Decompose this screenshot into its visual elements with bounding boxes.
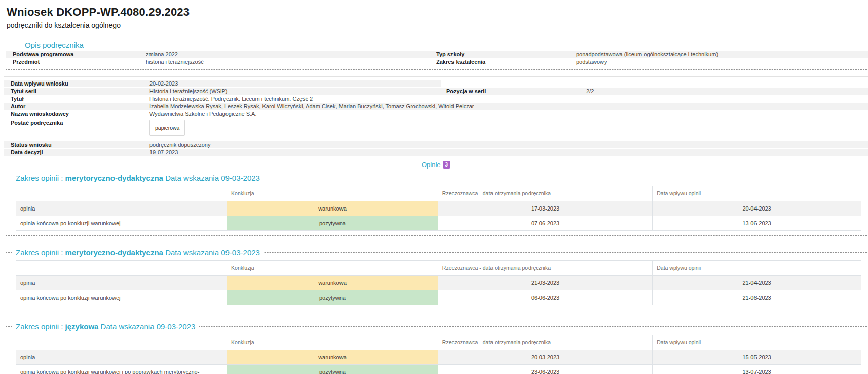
field-label-nazwa-wnioskodawcy: Nazwa wnioskodawcy <box>4 110 149 118</box>
opinia-date-cell: 13-07-2023 <box>652 365 861 374</box>
konkluzja-cell: warunkowa <box>227 276 438 290</box>
opinion-section-1: Zakres opinii : merytoryczno-dydaktyczna… <box>6 174 868 236</box>
opinia-date-cell: 13-06-2023 <box>652 216 861 230</box>
table-row: Data decyzji 19-07-2023 <box>4 149 868 156</box>
header-cell-empty <box>16 186 227 201</box>
field-label-podstawa-programowa: Podstawa programowa <box>6 51 146 58</box>
table-row: Tytuł serii Historia i teraźniejszość (W… <box>4 88 868 95</box>
postac-podrecznika-button[interactable]: papierowa <box>149 120 185 136</box>
field-value-nazwa-wnioskodawcy: Wydawnictwa Szkolne i Pedagogiczne S.A. <box>149 110 868 118</box>
field-label-autor: Autor <box>4 103 149 110</box>
header-cell-data-wplywu-opinii: Data wpływu opinii <box>652 335 861 350</box>
opinion-name-cell: opinia <box>16 201 227 216</box>
field-value-autor: Izabella Modzelewska-Rysak, Leszek Rysak… <box>149 103 868 110</box>
konkluzja-cell: pozytywna <box>227 216 438 230</box>
table-row: opinia warunkowa 20-03-2023 15-05-2023 <box>16 350 861 365</box>
opinion-table-header: Konkluzja Rzeczoznawca - data otrzymania… <box>16 261 861 276</box>
opinion-date: 09-03-2023 <box>221 248 260 257</box>
opinie-count-badge: 3 <box>443 161 451 169</box>
field-value-tytul-serii: Historia i teraźniejszość (WSiP) <box>149 88 441 95</box>
opinion-date-label: Data wskazania <box>165 174 219 182</box>
table-row: opinia końcowa po konkluzji warunkowej i… <box>16 365 861 374</box>
table-row: Autor Izabella Modzelewska-Rysak, Leszek… <box>4 103 868 110</box>
field-label-data-decyzji: Data decyzji <box>4 149 149 156</box>
opinie-link-row: Opinie3 <box>4 161 868 169</box>
rzeczoznawca-date-cell: 06-06-2023 <box>438 290 652 305</box>
opinion-table-2: Konkluzja Rzeczoznawca - data otrzymania… <box>16 260 861 305</box>
konkluzja-cell: warunkowa <box>227 201 438 216</box>
details-section: Data wpływu wniosku 20-02-2023 Tytuł ser… <box>4 76 868 156</box>
opinion-legend-prefix: Zakres opinii : <box>16 248 63 257</box>
opinion-type: językowa <box>65 322 99 331</box>
opinion-table-header: Konkluzja Rzeczoznawca - data otrzymania… <box>16 186 861 201</box>
field-label-postac-podrecznika: Postać podręcznika <box>4 119 149 136</box>
opinie-link[interactable]: Opinie3 <box>422 161 450 169</box>
field-label-przedmiot: Przedmiot <box>6 58 146 66</box>
table-row: Tytuł Historia i teraźniejszość. Podręcz… <box>4 95 868 103</box>
content-panel: Opis podręcznika Podstawa programowa zmi… <box>4 34 868 374</box>
header-cell-data-wplywu-opinii: Data wpływu opinii <box>652 186 861 201</box>
opinion-legend-prefix: Zakres opinii : <box>16 174 63 182</box>
field-value-przedmiot: historia i teraźniejszość <box>146 58 431 66</box>
opinion-name-cell: opinia <box>16 276 227 290</box>
opinion-table-1: Konkluzja Rzeczoznawca - data otrzymania… <box>16 186 861 231</box>
field-value-pozycja-w-serii: 2/2 <box>586 88 868 95</box>
rzeczoznawca-date-cell: 23-06-2023 <box>438 365 652 374</box>
field-value-status-wniosku: podręcznik dopuszczony <box>149 141 868 148</box>
field-value-data-wplywu-wniosku: 20-02-2023 <box>149 80 441 87</box>
field-value-typ-szkoly: ponadpodstawowa (liceum ogólnokształcące… <box>576 51 868 58</box>
opinion-section-2: Zakres opinii : merytoryczno-dydaktyczna… <box>6 248 868 310</box>
opinion-table-3: Konkluzja Rzeczoznawca - data otrzymania… <box>16 335 861 374</box>
table-row: Data wpływu wniosku 20-02-2023 <box>4 80 868 88</box>
field-value-podstawa-programowa: zmiana 2022 <box>146 51 431 58</box>
field-label-tytul-serii: Tytuł serii <box>4 88 149 95</box>
table-row: Nazwa wnioskodawcy Wydawnictwa Szkolne i… <box>4 110 868 118</box>
field-value-tytul: Historia i teraźniejszość. Podręcznik. L… <box>149 95 868 103</box>
opinion-legend-1: Zakres opinii : merytoryczno-dydaktyczna… <box>12 174 263 182</box>
opis-podrecznika-fieldset: Opis podręcznika Podstawa programowa zmi… <box>6 40 868 70</box>
opinia-date-cell: 21-04-2023 <box>652 276 861 290</box>
field-label-zakres-ksztalcenia: Zakres kształcenia <box>431 58 576 66</box>
table-row: opinia warunkowa 17-03-2023 20-04-2023 <box>16 201 861 216</box>
field-label-tytul: Tytuł <box>4 95 149 103</box>
header-cell-empty <box>16 261 227 275</box>
opinia-date-cell: 21-06-2023 <box>652 290 861 305</box>
opinion-legend-2: Zakres opinii : merytoryczno-dydaktyczna… <box>12 248 263 257</box>
table-row: Podstawa programowa zmiana 2022 Typ szko… <box>6 51 868 58</box>
table-row: Przedmiot historia i teraźniejszość Zakr… <box>6 58 868 66</box>
opinion-type: merytoryczno-dydaktyczna <box>65 174 163 182</box>
header-cell-konkluzja: Konkluzja <box>227 261 438 275</box>
table-row: Postać podręcznika papierowa <box>4 118 868 138</box>
page: Wniosek DKOPP-WP.4080.29.2023 podręcznik… <box>0 0 868 374</box>
header-cell-data-wplywu-opinii: Data wpływu opinii <box>652 261 861 275</box>
header-cell-konkluzja: Konkluzja <box>227 335 438 350</box>
field-label-typ-szkoly: Typ szkoły <box>431 51 576 58</box>
opinion-date: 09-03-2023 <box>221 174 260 182</box>
opinion-name-cell: opinia końcowa po konkluzji warunkowej <box>16 216 227 230</box>
page-subtitle: podręczniki do kształcenia ogólnego <box>7 21 868 29</box>
table-row: opinia warunkowa 21-03-2023 21-04-2023 <box>16 276 861 290</box>
field-value-zakres-ksztalcenia: podstawowy <box>576 58 868 66</box>
opis-podrecznika-legend: Opis podręcznika <box>21 40 87 49</box>
opinion-legend-3: Zakres opinii : językowa Data wskazania … <box>12 322 199 331</box>
opinion-table-header: Konkluzja Rzeczoznawca - data otrzymania… <box>16 335 861 350</box>
status-section: Status wniosku podręcznik dopuszczony Da… <box>4 141 868 156</box>
opinion-name-cell: opinia końcowa po konkluzji warunkowej <box>16 290 227 305</box>
header-cell-rzeczoznawca: Rzeczoznawca - data otrzymania podręczni… <box>438 186 652 201</box>
table-row: opinia końcowa po konkluzji warunkowej p… <box>16 216 861 230</box>
opinion-section-3: Zakres opinii : językowa Data wskazania … <box>6 322 868 374</box>
header-cell-empty <box>16 335 227 350</box>
konkluzja-cell: pozytywna <box>227 290 438 305</box>
opinia-date-cell: 15-05-2023 <box>652 350 861 364</box>
rzeczoznawca-date-cell: 07-06-2023 <box>438 216 652 230</box>
field-label-data-wplywu-wniosku: Data wpływu wniosku <box>4 80 149 87</box>
table-row: Status wniosku podręcznik dopuszczony <box>4 141 868 149</box>
table-row: opinia końcowa po konkluzji warunkowej p… <box>16 290 861 305</box>
opinion-legend-prefix: Zakres opinii : <box>16 322 63 331</box>
opinion-date-label: Data wskazania <box>165 248 219 257</box>
field-label-pozycja-w-serii: Pozycja w serii <box>441 88 586 95</box>
opinion-date: 09-03-2023 <box>157 322 196 331</box>
opinion-name-cell: opinia <box>16 350 227 364</box>
header-cell-konkluzja: Konkluzja <box>227 186 438 201</box>
field-label-status-wniosku: Status wniosku <box>4 141 149 148</box>
